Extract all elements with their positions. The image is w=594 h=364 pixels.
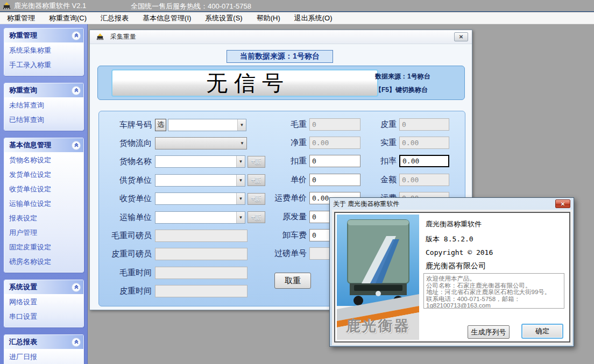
transport-label: 运输单位 (100, 212, 152, 223)
sidebar-item-report-settings[interactable]: 报表设定 (4, 211, 83, 225)
section-title: 基本信息管理 (9, 140, 51, 150)
goods-name-add-button[interactable]: +新 (247, 156, 265, 168)
about-dialog: 关于 鹿光衡器称重软件 ✕ (329, 197, 574, 347)
section-header-weigh-manage[interactable]: 称重管理 (4, 28, 83, 42)
menu-item-weigh-query[interactable]: 称重查询(C) (42, 12, 94, 24)
amount-label: 金额 (356, 175, 397, 185)
unload-fee-label: 卸车费 (264, 230, 307, 240)
gross-weight-label: 毛重 (264, 119, 307, 130)
chevron-down-icon[interactable]: ▼ (236, 193, 245, 204)
sidebar-section-weigh-manage: 称重管理 系统采集称重 手工录入称重 (4, 28, 84, 76)
section-title: 汇总报表 (9, 337, 37, 347)
plate-select-button[interactable]: 选 (155, 119, 166, 131)
supplier-combo[interactable]: ▼ (155, 174, 245, 187)
receiver-combo[interactable]: ▼ (155, 192, 245, 205)
section-title: 称重查询 (9, 85, 37, 95)
goods-flow-combo[interactable]: ▼ (155, 137, 247, 149)
sidebar-section-basic-info: 基本信息管理 货物名称设定 发货单位设定 收货单位设定 运输单位设定 报表设定 … (4, 138, 84, 273)
menu-item-summary-report[interactable]: 汇总报表 (94, 12, 136, 24)
net-weight-field (309, 137, 360, 149)
sidebar-item-settled-query[interactable]: 已结算查询 (4, 112, 83, 127)
sidebar-section-summary-report: 汇总报表 进厂日报 出厂日报 (4, 334, 84, 364)
gross-time-label: 毛重时间 (100, 268, 152, 278)
sidebar-section-weigh-query: 称重查询 未结算查询 已结算查询 (4, 83, 84, 131)
sidebar-item-receiver-unit[interactable]: 收货单位设定 (4, 182, 83, 196)
section-header-summary-report[interactable]: 汇总报表 (4, 335, 83, 349)
form-left-column: 车牌号码 选 ▼ 货物流向 ▼ 货物名称 ▼ +新 供货单位 (100, 116, 265, 301)
generate-serial-button[interactable]: 生成序列号 (468, 325, 510, 339)
actual-weight-field (399, 137, 449, 149)
deduct-rate-field[interactable] (399, 155, 449, 167)
sidebar-item-user-management[interactable]: 用户管理 (4, 225, 83, 240)
tare-time-field (155, 285, 247, 297)
goods-name-label: 货物名称 (100, 156, 152, 167)
deduct-weight-field[interactable] (309, 155, 360, 167)
tare-operator-field (155, 248, 247, 260)
dialog-close-icon[interactable]: ✕ (555, 199, 570, 208)
goods-name-combo[interactable]: ▼ (155, 155, 245, 168)
about-dialog-titlebar[interactable]: 关于 鹿光衡器称重软件 ✕ (330, 198, 574, 210)
gross-operator-field (155, 230, 247, 242)
menu-item-exit[interactable]: 退出系统(O) (287, 12, 340, 24)
chevron-down-icon[interactable]: ▼ (236, 175, 245, 186)
about-dialog-title: 关于 鹿光衡器称重软件 (333, 199, 399, 209)
plate-number-label: 车牌号码 (100, 120, 152, 130)
sidebar-item-inbound-daily[interactable]: 进厂日报 (4, 349, 83, 364)
unit-price-field[interactable] (309, 174, 360, 186)
transport-combo[interactable]: ▼ (155, 211, 245, 224)
sidebar-item-system-collect[interactable]: 系统采集称重 (4, 43, 83, 58)
chevron-down-icon[interactable]: ▼ (238, 138, 246, 149)
sidebar-item-serial-port[interactable]: 串口设置 (4, 309, 83, 324)
truck-photo: 鹿光衡器 (337, 215, 419, 340)
menu-item-weigh-manage[interactable]: 称重管理 (0, 12, 42, 24)
collapse-chevron-icon[interactable] (72, 31, 81, 40)
actual-weight-label: 实重 (356, 138, 397, 148)
welcome-line: 公司名称：石家庄鹿光衡器有限公司。 (426, 282, 562, 289)
menu-item-system-settings[interactable]: 系统设置(S) (198, 12, 249, 24)
tare-weight-field (399, 118, 449, 131)
collapse-chevron-icon[interactable] (72, 338, 81, 347)
menu-item-help[interactable]: 帮助(H) (250, 12, 287, 24)
section-header-basic-info[interactable]: 基本信息管理 (4, 138, 83, 152)
welcome-line: 1g82100713@163.com (426, 302, 562, 309)
chevron-down-icon[interactable]: ▼ (236, 156, 245, 167)
unit-price-label: 单价 (264, 175, 307, 185)
application-window: 鹿光衡器称重软件 V2.1 全国统一售后服务热线：400-071-5758 称重… (0, 0, 594, 364)
sidebar-item-fixed-tare[interactable]: 固定皮重设定 (4, 240, 83, 254)
collapse-chevron-icon[interactable] (72, 141, 81, 150)
net-weight-label: 净重 (264, 138, 307, 148)
sidebar-item-scale-house-name[interactable]: 磅房名称设定 (4, 254, 83, 269)
receiver-add-button[interactable]: +新 (247, 193, 265, 205)
hotline-text: 全国统一售后服务热线：400-071-5758 (131, 2, 251, 11)
tare-operator-label: 皮重司磅员 (100, 249, 152, 259)
sidebar: 称重管理 系统采集称重 手工录入称重 称重查询 未结算查询 已结算查询 基本信息… (0, 24, 88, 364)
ticket-no-label: 过磅单号 (264, 248, 307, 259)
signal-source-text: 数据来源：1号称台 (375, 70, 460, 83)
sidebar-item-sender-unit[interactable]: 发货单位设定 (4, 167, 83, 182)
signal-info: 数据来源：1号称台 【F5】键切换称台 (375, 70, 460, 97)
data-source-banner: 当前数据来源：1号称台 (227, 50, 333, 63)
window-close-icon[interactable]: ✕ (454, 32, 468, 41)
chevron-down-icon[interactable]: ▼ (236, 212, 245, 223)
menu-item-basic-info[interactable]: 基本信息管理(I) (136, 12, 198, 24)
ok-button[interactable]: 确定 (521, 324, 563, 339)
take-weight-button[interactable]: 取重 (274, 273, 311, 289)
about-version: 版本 8.5.2.0 (426, 234, 473, 244)
sidebar-item-unsettled-query[interactable]: 未结算查询 (4, 98, 83, 112)
collect-window-titlebar[interactable]: 采集重量 ✕ (90, 30, 472, 44)
section-header-system-settings[interactable]: 系统设置 (4, 280, 83, 294)
section-header-weigh-query[interactable]: 称重查询 (4, 83, 83, 97)
chevron-down-icon[interactable]: ▼ (237, 119, 246, 131)
collapse-chevron-icon[interactable] (72, 86, 81, 95)
collapse-chevron-icon[interactable] (72, 283, 81, 292)
sidebar-item-transport-unit[interactable]: 运输单位设定 (4, 196, 83, 211)
plate-number-combo[interactable]: ▼ (168, 119, 246, 131)
sidebar-item-goods-name[interactable]: 货物名称设定 (4, 153, 83, 167)
about-company: 鹿光衡器有限公司 (426, 261, 486, 271)
gross-weight-field (309, 118, 360, 131)
supplier-add-button[interactable]: +新 (247, 174, 265, 186)
welcome-line: 地址：河北省石家庄鹿泉区石柏北大街99号。 (426, 289, 562, 296)
sidebar-item-manual-entry[interactable]: 手工录入称重 (4, 58, 83, 72)
sidebar-item-network-settings[interactable]: 网络设置 (4, 295, 83, 309)
transport-add-button[interactable]: +新 (247, 211, 265, 223)
